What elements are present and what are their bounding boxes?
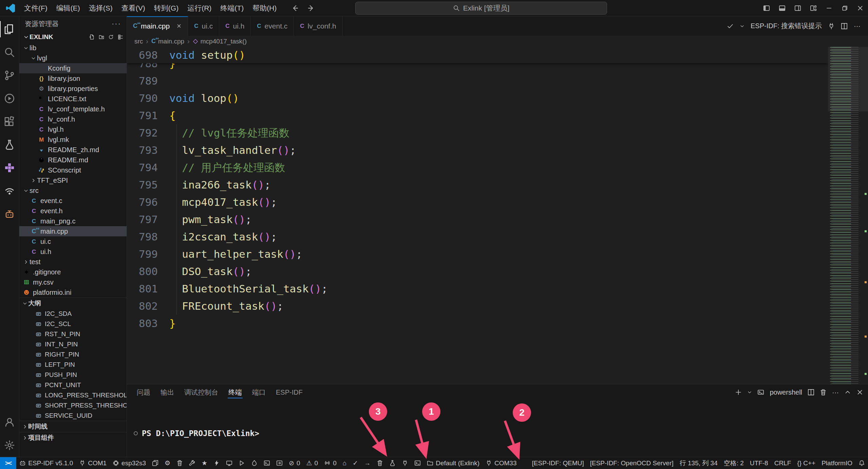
minimize-icon[interactable]: [821, 0, 837, 16]
status-serial-plug[interactable]: [399, 457, 411, 469]
section-timeline[interactable]: 时间线: [19, 421, 127, 432]
panel-tab-ports[interactable]: 端口: [247, 384, 271, 400]
outline-item-int_n_pin[interactable]: INT_N_PIN: [19, 339, 127, 349]
status-box-arrow[interactable]: [273, 457, 286, 469]
status-debug-start[interactable]: [235, 457, 248, 469]
breadcrumb-item-2[interactable]: C++main.cpp: [151, 38, 184, 45]
task-check-icon[interactable]: [727, 23, 734, 30]
back-icon[interactable]: [291, 4, 299, 12]
menu-item-help[interactable]: 帮助(H): [248, 0, 281, 16]
tree-item-library-json[interactable]: {}library.json: [19, 73, 127, 84]
tab-main-cpp[interactable]: C++main.cpp: [127, 16, 188, 36]
outline-item-right_pin[interactable]: RIGHT_PIN: [19, 349, 127, 360]
tree-item-lvgl[interactable]: lvgl: [19, 53, 127, 63]
tree-item-src[interactable]: src: [19, 185, 127, 196]
split-editor-icon[interactable]: [841, 23, 848, 30]
status-terminal-2[interactable]: [411, 457, 424, 469]
refresh-icon[interactable]: [108, 34, 114, 40]
status-com-port-33[interactable]: COM33: [483, 457, 520, 469]
status-upload-arrow[interactable]: →: [361, 457, 374, 469]
maximize-icon[interactable]: [837, 0, 852, 16]
collapse-all-icon[interactable]: [118, 34, 123, 40]
chevron-down-icon[interactable]: [740, 24, 744, 29]
status-errors[interactable]: ⊘0: [286, 457, 303, 469]
status-flash[interactable]: [210, 457, 223, 469]
status-eol[interactable]: CRLF: [771, 457, 794, 469]
tree-item-test[interactable]: test: [19, 257, 127, 267]
activitybar-item-search[interactable]: [0, 41, 19, 64]
tree-item-event-c[interactable]: Cevent.c: [19, 196, 127, 206]
tree-item-ui-c[interactable]: Cui.c: [19, 236, 127, 247]
breadcrumb-item-1[interactable]: src: [134, 38, 143, 45]
toggle-secondary-sidebar-icon[interactable]: [790, 0, 806, 16]
status-home[interactable]: ⌂: [340, 457, 350, 469]
tree-item-ui-h[interactable]: Cui.h: [19, 247, 127, 257]
tree-item-lib[interactable]: lib: [19, 43, 127, 53]
tree-item-main-cpp[interactable]: C++main.cpp: [19, 226, 127, 236]
outline-item-i2c_scl[interactable]: I2C_SCL: [19, 319, 127, 329]
status-terminal[interactable]: [261, 457, 273, 469]
command-center-search[interactable]: Exlink [管理员]: [355, 2, 607, 15]
panel-tab-problems[interactable]: 问题: [132, 384, 155, 400]
status-test-flask[interactable]: [386, 457, 399, 469]
status-platformio[interactable]: PlatformIO: [818, 457, 855, 469]
status-antenna[interactable]: 0: [321, 457, 340, 469]
menu-item-run[interactable]: 运行(R): [183, 0, 216, 16]
activitybar-item-run-debug[interactable]: [0, 87, 19, 110]
tree-item-tft-espi[interactable]: TFT_eSPI: [19, 175, 127, 185]
tree-item-kconfig[interactable]: Kconfig: [19, 63, 127, 73]
plug-icon[interactable]: [828, 23, 835, 30]
status-espidf-qemu[interactable]: [ESP-IDF: QEMU]: [529, 457, 587, 469]
tree-item-lvgl-h[interactable]: Clvgl.h: [19, 124, 127, 134]
status-com-port-1[interactable]: COM1: [76, 457, 110, 469]
status-project-env[interactable]: Default (Exlink): [424, 457, 483, 469]
tab-lv-conf-h[interactable]: Clv_conf.h: [294, 16, 342, 36]
tree-item-sconscript[interactable]: SConscript: [19, 165, 127, 175]
tree-item-platformio-ini[interactable]: platformio.ini: [19, 287, 127, 297]
tab-ui-c[interactable]: Cui.c: [188, 16, 219, 36]
status-settings[interactable]: ⚙: [162, 457, 173, 469]
tree-item-my-csv[interactable]: my.csv: [19, 277, 127, 287]
tree-item-licence-txt[interactable]: LICENCE.txt: [19, 94, 127, 104]
more-actions-icon[interactable]: ···: [854, 22, 861, 30]
status-monitor[interactable]: [223, 457, 235, 469]
status-indentation[interactable]: 空格: 2: [721, 457, 747, 469]
outline-item-rst_n_pin[interactable]: RST_N_PIN: [19, 329, 127, 339]
breadcrumb-item-3[interactable]: mcp4017_task(): [193, 38, 247, 45]
activitybar-item-platformio[interactable]: [0, 156, 19, 179]
kill-terminal-icon[interactable]: [820, 389, 827, 396]
tree-item-lv-conf-h[interactable]: Clv_conf.h: [19, 114, 127, 124]
project-root-row[interactable]: EXLINK: [19, 31, 127, 43]
close-tab-icon[interactable]: [176, 23, 182, 29]
tree-item-readme-md[interactable]: README.md: [19, 155, 127, 165]
status-clean[interactable]: [173, 457, 186, 469]
outline-item-service_uuid[interactable]: SERVICE_UUID: [19, 411, 127, 421]
status-encoding[interactable]: UTF-8: [747, 457, 771, 469]
shell-name[interactable]: powershell: [770, 389, 802, 396]
tab-ui-h[interactable]: Cui.h: [219, 16, 251, 36]
code-editor[interactable]: 698void setup() 788}789790void loop()791…: [127, 47, 828, 384]
menu-item-edit[interactable]: 编辑(E): [52, 0, 84, 16]
minimap[interactable]: [828, 47, 868, 384]
status-language-mode[interactable]: {} C++: [794, 457, 818, 469]
panel-tab-output[interactable]: 输出: [155, 384, 179, 400]
status-warnings[interactable]: ⚠0: [303, 457, 321, 469]
outline-item-i2c_sda[interactable]: I2C_SDA: [19, 309, 127, 319]
outline-item-pcnt_unit[interactable]: PCNT_UNIT: [19, 380, 127, 390]
toggle-panel-icon[interactable]: [774, 0, 790, 16]
status-copy[interactable]: [149, 457, 162, 469]
tree-item-library-properties[interactable]: ⚙library.properties: [19, 84, 127, 94]
new-file-icon[interactable]: [89, 34, 95, 40]
activitybar-item-extensions[interactable]: [0, 110, 19, 133]
status-espidf-version[interactable]: ESP-IDF v5.1.0: [16, 457, 76, 469]
status-flame[interactable]: [248, 457, 261, 469]
tree-item-readme-zh-md[interactable]: README_zh.md: [19, 145, 127, 155]
close-icon[interactable]: [852, 0, 868, 16]
chevron-down-icon[interactable]: [747, 390, 752, 395]
menu-item-view[interactable]: 查看(V): [117, 0, 150, 16]
new-terminal-icon[interactable]: [735, 389, 742, 396]
customize-layout-icon[interactable]: [806, 0, 821, 16]
activitybar-item-account[interactable]: [0, 411, 19, 434]
status-notifications[interactable]: [855, 457, 868, 469]
status-espidf-openocd[interactable]: [ESP-IDF: OpenOCD Server]: [587, 457, 677, 469]
